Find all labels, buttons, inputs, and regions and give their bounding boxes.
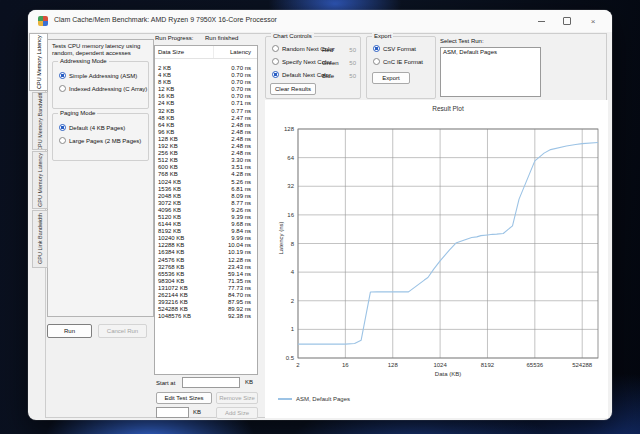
maximize-button[interactable]	[554, 11, 580, 31]
radio-label: Indexed Addressing (C Array)	[69, 86, 147, 92]
table-row[interactable]: 256 KB2.48 ns	[155, 150, 257, 157]
close-button[interactable]: ×	[580, 11, 606, 31]
table-row[interactable]: 48 KB2.47 ns	[155, 115, 257, 122]
minimize-icon	[538, 21, 545, 22]
export-button[interactable]: Export	[372, 72, 410, 84]
table-row[interactable]: 262144 KB84.70 ns	[155, 292, 257, 299]
table-row[interactable]: 12 KB0.70 ns	[155, 86, 257, 93]
table-row[interactable]: 65536 KB59.14 ns	[155, 271, 257, 278]
rgb-row-green: Green50	[322, 56, 356, 69]
table-row[interactable]: 4 KB0.70 ns	[155, 72, 257, 79]
radio-icon	[272, 71, 279, 78]
table-row[interactable]: 4096 KB9.26 ns	[155, 207, 257, 214]
paging-mode-options: Default (4 KB Pages)Large Pages (2 MB Pa…	[53, 114, 148, 147]
table-row[interactable]: 192 KB2.48 ns	[155, 143, 257, 150]
svg-text:128: 128	[388, 362, 399, 368]
run-status: Run finished	[205, 35, 238, 41]
add-size-button[interactable]: Add Size	[216, 407, 258, 419]
table-row[interactable]: 16 KB0.70 ns	[155, 93, 257, 100]
y-axis-label: Latency (ns)	[278, 208, 284, 268]
select-test-run-label: Select Test Run:	[440, 38, 484, 44]
radio-csv-format[interactable]: CSV Format	[367, 42, 435, 55]
table-row[interactable]: 24576 KB12.28 ns	[155, 257, 257, 264]
table-row[interactable]: 1048576 KB92.38 ns	[155, 313, 257, 320]
radio-label: Simple Addressing (ASM)	[69, 73, 137, 79]
tab-gpu-memory-latency[interactable]: GPU Memory Latency	[32, 151, 48, 209]
table-row[interactable]: 12288 KB10.04 ns	[155, 242, 257, 249]
table-row[interactable]: 64 KB2.48 ns	[155, 122, 257, 129]
table-row[interactable]: 32 KB0.77 ns	[155, 108, 257, 115]
table-row[interactable]: 16384 KB10.19 ns	[155, 249, 257, 256]
run-progress-label: Run Progress:	[155, 35, 193, 41]
titlebar: Clam Cache/Mem Benchmark: AMD Ryzen 9 79…	[28, 10, 612, 32]
svg-text:2: 2	[296, 362, 300, 368]
tab-cpu-memory-bandwidth[interactable]: CPU Memory Bandwidth	[32, 92, 48, 150]
svg-text:1024: 1024	[433, 362, 447, 368]
legend-line-swatch	[278, 398, 292, 400]
radio-indexed-addressing-c-array[interactable]: Indexed Addressing (C Array)	[53, 82, 148, 95]
table-row[interactable]: 10240 KB9.99 ns	[155, 235, 257, 242]
table-row[interactable]: 512 KB3.30 ns	[155, 157, 257, 164]
window-title: Clam Cache/Mem Benchmark: AMD Ryzen 9 79…	[54, 16, 277, 23]
addressing-mode-group: Addressing Mode Simple Addressing (ASM)I…	[52, 61, 149, 109]
table-row[interactable]: 768 KB4.28 ns	[155, 171, 257, 178]
svg-text:16: 16	[287, 212, 294, 218]
tab-cpu-memory-latency[interactable]: CPU Memory Latency	[29, 33, 48, 91]
table-row[interactable]: 8 KB0.70 ns	[155, 79, 257, 86]
radio-default-4-kb-pages[interactable]: Default (4 KB Pages)	[53, 121, 148, 134]
tab-gpu-link-bandwidth[interactable]: GPU Link Bandwidth	[32, 210, 48, 268]
radio-label: Large Pages (2 MB Pages)	[69, 138, 141, 144]
column-data-size[interactable]: Data Size	[155, 49, 213, 55]
rgb-row-blue: Blue50	[322, 69, 356, 82]
table-row[interactable]: 5120 KB9.39 ns	[155, 214, 257, 221]
svg-text:4: 4	[291, 269, 295, 275]
table-row[interactable]: 600 KB3.51 ns	[155, 164, 257, 171]
svg-text:1: 1	[291, 326, 295, 332]
radio-icon	[373, 58, 380, 65]
app-icon	[38, 16, 48, 26]
clear-results-button[interactable]: Clear Results	[270, 83, 316, 95]
remove-size-button[interactable]: Remove Size	[216, 392, 258, 404]
add-size-input[interactable]	[156, 407, 189, 418]
svg-text:8: 8	[291, 241, 295, 247]
column-latency[interactable]: Latency	[213, 46, 257, 58]
cancel-run-button[interactable]: Cancel Run	[98, 324, 147, 338]
table-row[interactable]: 3072 KB8.77 ns	[155, 200, 257, 207]
radio-icon	[373, 45, 380, 52]
table-row[interactable]: 96 KB2.48 ns	[155, 129, 257, 136]
results-header[interactable]: Data Size Latency	[155, 46, 257, 59]
table-row[interactable]: 6144 KB9.68 ns	[155, 221, 257, 228]
table-row[interactable]: 8192 KB9.84 ns	[155, 228, 257, 235]
edit-test-sizes-button[interactable]: Edit Test Sizes	[156, 392, 212, 404]
svg-text:524288: 524288	[572, 362, 593, 368]
table-row[interactable]: 24 KB0.71 ns	[155, 100, 257, 107]
svg-text:32: 32	[287, 183, 294, 189]
result-plot: Result Plot 21612810248192655365242880.5…	[265, 100, 608, 418]
radio-large-pages-2-mb-pages[interactable]: Large Pages (2 MB Pages)	[53, 134, 148, 147]
run-button[interactable]: Run	[47, 324, 92, 338]
table-row[interactable]: 131072 KB77.73 ns	[155, 285, 257, 292]
start-at-input[interactable]	[182, 377, 240, 388]
table-row[interactable]: 1536 KB6.81 ns	[155, 186, 257, 193]
paging-mode-label: Paging Mode	[58, 110, 97, 117]
table-row[interactable]: 32768 KB23.43 ns	[155, 264, 257, 271]
radio-simple-addressing-asm[interactable]: Simple Addressing (ASM)	[53, 69, 148, 82]
table-row[interactable]: 2 KB0.70 ns	[155, 65, 257, 72]
list-item[interactable]: ASM, Default Pages	[441, 48, 540, 56]
radio-cnc-ie-format[interactable]: CnC IE Format	[367, 55, 435, 68]
table-row[interactable]: 1024 KB5.26 ns	[155, 179, 257, 186]
minimize-button[interactable]	[528, 11, 554, 31]
table-row[interactable]: 2048 KB8.09 ns	[155, 193, 257, 200]
radio-label: Default (4 KB Pages)	[69, 125, 125, 131]
test-run-listbox: ASM, Default Pages	[440, 47, 541, 97]
table-row[interactable]: 128 KB2.48 ns	[155, 136, 257, 143]
desktop-background: Clam Cache/Mem Benchmark: AMD Ryzen 9 79…	[0, 0, 640, 434]
chart-controls-label: Chart Controls	[271, 33, 314, 40]
svg-text:16: 16	[342, 362, 349, 368]
table-row[interactable]: 98304 KB71.35 ns	[155, 278, 257, 285]
svg-text:0.5: 0.5	[286, 355, 295, 361]
maximize-icon	[563, 17, 571, 25]
radio-icon	[272, 58, 279, 65]
table-row[interactable]: 393216 KB87.95 ns	[155, 299, 257, 306]
table-row[interactable]: 524288 KB89.92 ns	[155, 306, 257, 313]
